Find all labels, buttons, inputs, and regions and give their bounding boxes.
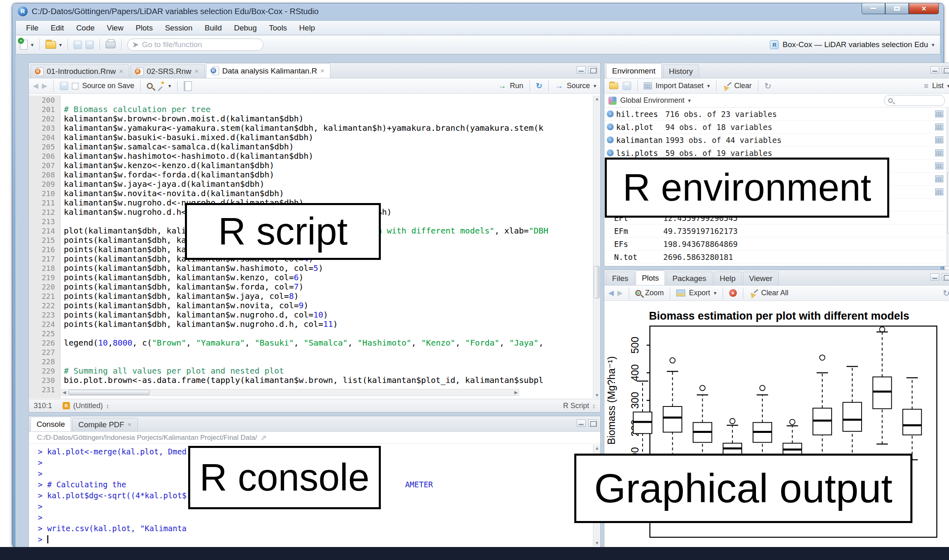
filetype-selector[interactable]: R Script ↕ xyxy=(563,402,595,410)
code-line-221[interactable]: 221points(kalimantan$dbh, kalimantan$w.j… xyxy=(29,292,593,301)
code-line-210[interactable]: 210kalimantan$w.novita<-novita.d(kaliman… xyxy=(29,189,593,198)
save-icon[interactable] xyxy=(74,41,82,49)
vscroll-thumb[interactable] xyxy=(947,173,949,234)
view-table-icon[interactable] xyxy=(935,149,943,156)
code-line-223[interactable]: 223points(kalimantan$dbh, kalimantan$w.n… xyxy=(29,310,593,320)
source-arrow-icon[interactable]: → xyxy=(555,81,563,91)
view-table-icon[interactable] xyxy=(935,175,943,182)
view-table-icon[interactable] xyxy=(935,188,943,195)
editor-vscrollbar[interactable]: ▲ ▼ xyxy=(593,95,600,398)
goto-file-box[interactable]: ➤ xyxy=(127,39,263,51)
hscroll-thumb[interactable] xyxy=(68,390,150,395)
env-object-row[interactable]: ›kalimantan1993 obs. of 44 variables xyxy=(604,134,947,147)
import-dataset-button[interactable]: Import Dataset xyxy=(656,82,704,90)
env-object-row[interactable]: ›hil.trees716 obs. of 23 variables xyxy=(604,108,947,121)
menu-file[interactable]: File xyxy=(20,24,45,32)
expand-object-icon[interactable]: › xyxy=(607,110,614,117)
pane-minimize-icon[interactable] xyxy=(930,66,939,74)
tab-02-srs-rnw[interactable]: 02-SRS.Rnw× xyxy=(130,65,205,78)
refresh-plot-icon[interactable]: ↻ xyxy=(942,289,949,297)
pane-maximize-icon[interactable] xyxy=(942,66,949,74)
zoom-plot-icon[interactable] xyxy=(635,290,641,296)
code-line-229[interactable]: 229# Summing all values per plot and nes… xyxy=(29,366,593,376)
code-line-220[interactable]: 220points(kalimantan$dbh, kalimantan$w.f… xyxy=(29,282,593,292)
menu-edit[interactable]: Edit xyxy=(45,24,70,32)
list-view-caret-icon[interactable]: ▾ xyxy=(947,83,949,89)
new-file-icon[interactable]: + xyxy=(20,40,28,50)
tab-data-analysis-kalimantan-r[interactable]: Data analysis Kalimantan.R× xyxy=(206,63,330,78)
tab-files[interactable]: Files xyxy=(606,272,634,285)
code-line-226[interactable]: 226legend(10,8000, c("Brown", "Yamakura"… xyxy=(29,338,593,348)
code-line-205[interactable]: 205kalimantan$w.samalca<-samalca.d(kalim… xyxy=(29,142,593,151)
close-button[interactable]: × xyxy=(909,3,939,14)
source-button[interactable]: Source xyxy=(567,82,590,90)
clear-all-button[interactable]: Clear All xyxy=(761,289,788,297)
code-line-218[interactable]: 218points(kalimantan$dbh, kalimantan$w.h… xyxy=(29,264,593,273)
menu-plots[interactable]: Plots xyxy=(130,24,159,32)
export-plot-icon[interactable] xyxy=(676,290,685,296)
code-tools-icon[interactable] xyxy=(156,82,165,90)
code-line-207[interactable]: 207kalimantan$w.kenzo<-kenzo.d(kalimanta… xyxy=(29,161,593,170)
export-caret-icon[interactable]: ▾ xyxy=(714,290,717,296)
source-caret-icon[interactable]: ▾ xyxy=(593,83,596,89)
code-line-208[interactable]: 208kalimantan$w.forda<-forda.d(kalimanta… xyxy=(29,170,593,179)
import-dataset-icon[interactable] xyxy=(644,82,652,89)
code-line-219[interactable]: 219points(kalimantan$dbh, kalimantan$w.k… xyxy=(29,273,593,282)
clear-button[interactable]: Clear xyxy=(734,82,752,90)
code-line-206[interactable]: 206kalimantan$w.hashimoto<-hashimoto.d(k… xyxy=(29,151,593,161)
code-line-228[interactable]: 228 xyxy=(29,357,593,366)
tab-01-introduction-rnw[interactable]: 01-Introduction.Rnw× xyxy=(30,65,129,78)
save-doc-icon[interactable] xyxy=(60,82,68,90)
tab-help[interactable]: Help xyxy=(714,272,742,285)
tab-plots[interactable]: Plots xyxy=(636,270,665,285)
save-workspace-icon[interactable] xyxy=(623,82,631,90)
tab-console[interactable]: Console xyxy=(30,417,71,431)
menu-build[interactable]: Build xyxy=(199,24,228,32)
maximize-button[interactable] xyxy=(885,3,909,14)
nav-forward-icon[interactable]: ▶ xyxy=(42,82,47,90)
code-line-227[interactable]: 227 xyxy=(29,348,593,357)
tab-viewer[interactable]: Viewer xyxy=(743,272,779,285)
pane-minimize-icon[interactable] xyxy=(930,273,939,281)
code-line-202[interactable]: 202kalimantan$w.brown<-brown.moist.d(kal… xyxy=(29,114,593,123)
pane-minimize-icon[interactable] xyxy=(577,419,586,427)
code-line-200[interactable]: 200 xyxy=(29,95,593,105)
tab-history[interactable]: History xyxy=(663,65,699,78)
open-file-caret-icon[interactable]: ▾ xyxy=(59,42,62,48)
compile-notebook-icon[interactable] xyxy=(184,81,192,91)
jump-to-dir-icon[interactable]: ⇗ xyxy=(260,433,267,442)
import-dataset-caret-icon[interactable]: ▾ xyxy=(707,83,710,89)
vscroll-thumb[interactable] xyxy=(594,266,599,298)
remove-plot-icon[interactable]: × xyxy=(729,289,737,297)
env-value-row[interactable]: EFs198.943678864869 xyxy=(604,238,947,251)
view-table-icon[interactable] xyxy=(935,123,943,130)
save-all-icon[interactable] xyxy=(85,41,94,49)
tab-compile-pdf[interactable]: Compile PDF× xyxy=(72,418,138,431)
menu-tools[interactable]: Tools xyxy=(263,24,293,32)
pane-maximize-icon[interactable] xyxy=(588,419,597,427)
view-table-icon[interactable] xyxy=(935,136,943,143)
expand-object-icon[interactable]: › xyxy=(607,136,614,143)
minimize-button[interactable] xyxy=(862,3,885,14)
source-on-save-checkbox[interactable] xyxy=(72,83,78,89)
close-tab-icon[interactable]: × xyxy=(320,67,324,75)
expand-object-icon[interactable]: › xyxy=(607,149,614,156)
list-view-button[interactable]: List xyxy=(932,82,943,90)
env-object-row[interactable]: ›kal.plot94 obs. of 18 variables xyxy=(604,121,947,134)
code-line-204[interactable]: 204kalimantan$w.basuki<-basuki.mixed.d(k… xyxy=(29,133,593,142)
zoom-button[interactable]: Zoom xyxy=(645,289,664,297)
find-replace-icon[interactable] xyxy=(147,83,153,89)
nav-back-icon[interactable]: ◀ xyxy=(33,82,38,90)
run-button[interactable]: Run xyxy=(510,82,523,90)
code-line-225[interactable]: 225 xyxy=(29,329,593,338)
clear-broom-icon[interactable] xyxy=(723,82,731,90)
environment-search-input[interactable] xyxy=(896,97,941,104)
list-view-icon[interactable]: ≡ xyxy=(924,82,928,91)
view-table-icon[interactable] xyxy=(935,110,943,117)
open-file-icon[interactable] xyxy=(46,41,56,49)
close-tab-icon[interactable]: × xyxy=(119,67,123,76)
environment-vscrollbar[interactable]: ▲ ▼ xyxy=(947,108,949,266)
new-file-caret-icon[interactable]: ▾ xyxy=(31,42,34,48)
code-line-230[interactable]: 230bio.plot.brown<-as.data.frame(tapply(… xyxy=(29,376,593,385)
menu-help[interactable]: Help xyxy=(293,24,321,32)
